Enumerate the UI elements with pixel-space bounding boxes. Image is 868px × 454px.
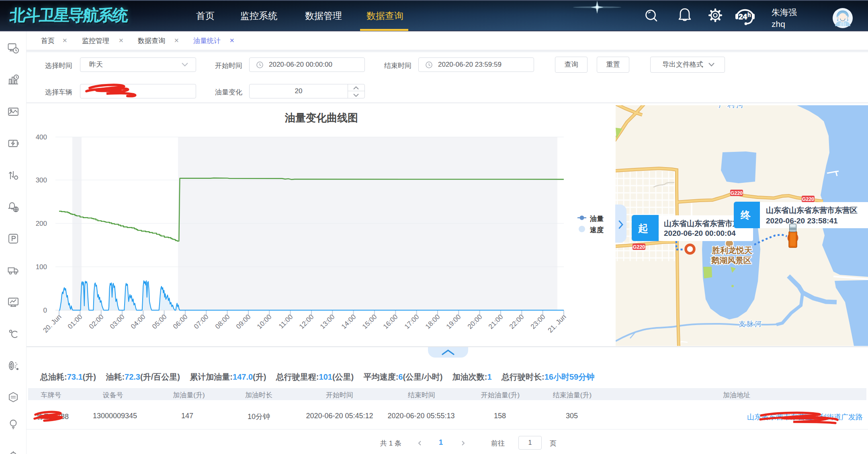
svg-text:广利河: 广利河 xyxy=(719,105,745,109)
svg-text:胜利龙悦天: 胜利龙悦天 xyxy=(712,246,752,255)
svg-text:24: 24 xyxy=(739,12,747,21)
svg-text:支脉河: 支脉河 xyxy=(739,320,763,328)
svg-text:起: 起 xyxy=(638,223,648,234)
svg-text:G220: G220 xyxy=(802,196,815,202)
svg-text:鹅湖风景区: 鹅湖风景区 xyxy=(711,256,751,265)
svg-text:2020-06-20 23:58:41: 2020-06-20 23:58:41 xyxy=(766,217,838,225)
svg-text:山东省山东省东营市东营区: 山东省山东省东营市东营区 xyxy=(766,206,858,215)
svg-text:G220: G220 xyxy=(731,190,743,196)
svg-text:2020-06-20 00:00:04: 2020-06-20 00:00:04 xyxy=(664,229,736,237)
svg-text:h: h xyxy=(747,12,751,18)
svg-text:G220: G220 xyxy=(633,244,645,250)
svg-text:终: 终 xyxy=(740,209,751,221)
